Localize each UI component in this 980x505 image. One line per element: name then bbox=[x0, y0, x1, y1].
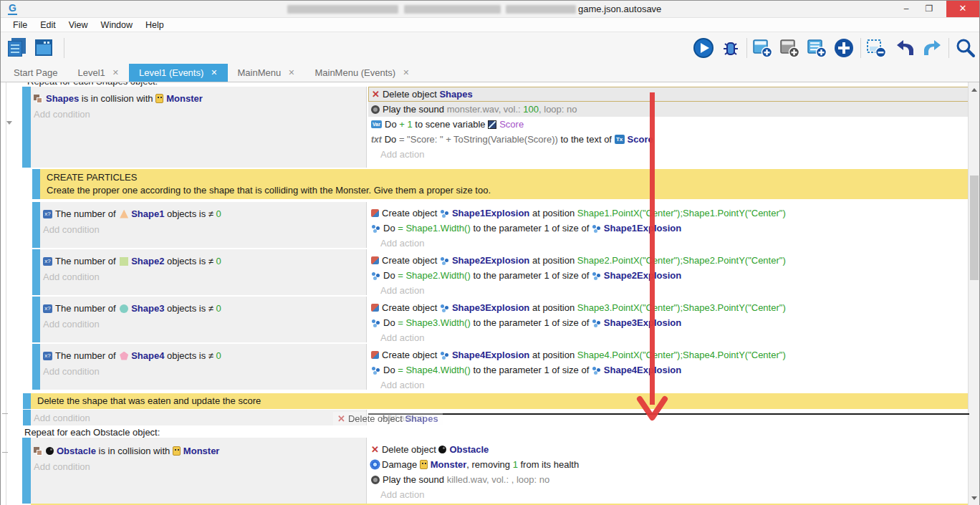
tab-close-icon[interactable]: ✕ bbox=[288, 68, 294, 77]
event-handle[interactable] bbox=[22, 87, 31, 168]
expander-icon[interactable] bbox=[6, 121, 12, 125]
event-handle[interactable] bbox=[32, 249, 40, 295]
event-handle[interactable] bbox=[32, 344, 40, 390]
close-button[interactable]: ✕ bbox=[946, 1, 979, 17]
scene-editor-icon[interactable] bbox=[34, 37, 55, 59]
tab-close-icon[interactable]: ✕ bbox=[112, 68, 119, 77]
add-action-link[interactable]: Add action bbox=[368, 236, 969, 251]
particle-object-icon bbox=[371, 223, 380, 233]
event-handle[interactable] bbox=[32, 202, 40, 248]
event-handle[interactable] bbox=[23, 393, 31, 409]
undo-icon[interactable] bbox=[895, 37, 916, 59]
action-set-explosion-size[interactable]: Do = Shape4.Width() to the parameter 1 o… bbox=[368, 362, 969, 377]
action-create-explosion[interactable]: Create object Shape4Explosion at positio… bbox=[368, 347, 969, 362]
condition-shape-count[interactable]: x? The number of Shape1 objects is ≠ 0 bbox=[40, 206, 366, 221]
add-external-layout-icon[interactable] bbox=[806, 37, 827, 59]
add-action-link[interactable]: Add action bbox=[368, 377, 969, 393]
event2-header[interactable]: Repeat for each Obstacle object: bbox=[24, 427, 160, 438]
sub-event-conditions[interactable]: x? The number of Shape1 objects is ≠ 0 A… bbox=[40, 202, 367, 248]
sub-event-conditions[interactable]: x? The number of Shape3 objects is ≠ 0 A… bbox=[40, 297, 367, 342]
play-icon[interactable] bbox=[693, 37, 714, 59]
menu-window[interactable]: Window bbox=[95, 20, 139, 30]
tab-close-icon[interactable]: ✕ bbox=[211, 68, 217, 77]
action-create-explosion[interactable]: Create object Shape2Explosion at positio… bbox=[368, 253, 969, 268]
tab-mainmenu[interactable]: MainMenu✕ bbox=[228, 64, 305, 82]
shape-icon bbox=[120, 257, 128, 266]
add-condition-link[interactable]: Add condition bbox=[40, 222, 366, 237]
particle-object-icon bbox=[592, 271, 601, 280]
condition-shapes-collision-monster[interactable]: Shapes is in collision with Monster bbox=[31, 91, 366, 106]
empty-event-conditions[interactable]: Add condition bbox=[31, 410, 367, 425]
action-play-sound-monster[interactable]: Play the sound monster.wav, vol.: 100, l… bbox=[368, 102, 969, 117]
add-action-link[interactable]: Add action bbox=[368, 283, 969, 298]
add-condition-link[interactable]: Add condition bbox=[31, 410, 366, 425]
object-count-icon: x? bbox=[43, 352, 52, 360]
add-action-link[interactable]: Add action bbox=[368, 487, 969, 502]
add-external-events-icon[interactable] bbox=[779, 37, 800, 59]
search-icon[interactable] bbox=[954, 37, 976, 59]
remove-instance-icon[interactable] bbox=[865, 37, 887, 59]
scroll-up-icon[interactable] bbox=[971, 88, 977, 92]
add-condition-link[interactable]: Add condition bbox=[40, 317, 366, 332]
debug-icon[interactable] bbox=[720, 37, 741, 59]
sub-event-conditions[interactable]: x? The number of Shape2 objects is ≠ 0 A… bbox=[40, 249, 367, 295]
action-set-explosion-size[interactable]: Do = Shape3.Width() to the parameter 1 o… bbox=[368, 315, 969, 330]
action-create-explosion[interactable]: Create object Shape1Explosion at positio… bbox=[368, 206, 969, 221]
action-create-explosion[interactable]: Create object Shape3Explosion at positio… bbox=[368, 300, 969, 315]
minimize-button[interactable]: – bbox=[896, 1, 916, 17]
add-condition-link[interactable]: Add condition bbox=[40, 364, 366, 379]
action-set-score-text[interactable]: txt Do = "Score: " + ToString(Variable(S… bbox=[368, 132, 969, 147]
action-damage-monster[interactable]: Damage Monster , removing 1 from its hea… bbox=[368, 457, 969, 472]
add-action-link[interactable]: Add action bbox=[368, 330, 969, 345]
add-object-icon[interactable] bbox=[833, 37, 855, 59]
add-condition-link[interactable]: Add condition bbox=[31, 107, 366, 122]
tab-close-icon[interactable]: ✕ bbox=[403, 68, 409, 77]
redacted-title-segment bbox=[287, 5, 398, 14]
create-object-icon bbox=[371, 209, 379, 217]
action-set-explosion-size[interactable]: Do = Shape1.Width() to the parameter 1 o… bbox=[368, 221, 969, 236]
expander-icon[interactable] bbox=[2, 452, 8, 453]
action-delete-obstacle[interactable]: ✕ Delete object Obstacle bbox=[368, 442, 969, 457]
action-set-explosion-size[interactable]: Do = Shape2.Width() to the parameter 1 o… bbox=[368, 268, 969, 283]
event2-conditions[interactable]: Obstacle is in collision with Monster Ad… bbox=[31, 438, 367, 504]
event-handle[interactable] bbox=[32, 297, 40, 342]
comment-delete-shape[interactable]: Delete the shape that was eaten and upda… bbox=[31, 393, 969, 409]
condition-obstacle-collision-monster[interactable]: Obstacle is in collision with Monster bbox=[31, 443, 366, 458]
condition-shape-count[interactable]: x? The number of Shape2 objects is ≠ 0 bbox=[40, 254, 366, 269]
add-action-link[interactable]: Add action bbox=[368, 147, 969, 162]
event1-conditions[interactable]: Shapes is in collision with Monster Add … bbox=[31, 87, 367, 168]
action-delete-shapes[interactable]: ✕ Delete object Shapes bbox=[368, 87, 969, 102]
add-scene-icon[interactable] bbox=[751, 37, 773, 59]
event-handle[interactable] bbox=[23, 410, 31, 425]
event-handle[interactable] bbox=[32, 169, 40, 199]
object-count-icon: x? bbox=[43, 304, 52, 313]
condition-shape-count[interactable]: x? The number of Shape3 objects is ≠ 0 bbox=[40, 301, 366, 316]
obstacle-icon bbox=[46, 447, 54, 455]
comment-create-particles[interactable]: CREATE PARTICLES Create the proper one a… bbox=[40, 169, 969, 199]
action-increment-score-variable[interactable]: Var Do + 1 to scene variable Score bbox=[368, 117, 969, 132]
menu-edit[interactable]: Edit bbox=[34, 20, 62, 30]
tab-start-page[interactable]: Start Page bbox=[4, 64, 67, 82]
tab-level1-events[interactable]: Level1 (Events)✕ bbox=[129, 64, 228, 82]
tab-level1[interactable]: Level1✕ bbox=[67, 64, 129, 82]
collision-icon bbox=[34, 447, 43, 456]
menu-file[interactable]: File bbox=[6, 20, 34, 30]
scroll-down-icon[interactable] bbox=[971, 496, 977, 500]
sub-event-conditions[interactable]: x? The number of Shape4 objects is ≠ 0 A… bbox=[40, 344, 367, 390]
project-manager-icon[interactable] bbox=[6, 37, 28, 59]
vertical-scrollbar[interactable] bbox=[968, 82, 979, 505]
add-condition-link[interactable]: Add condition bbox=[31, 459, 366, 474]
condition-shape-count[interactable]: x? The number of Shape4 objects is ≠ 0 bbox=[40, 348, 366, 363]
sub-event: x? The number of Shape2 objects is ≠ 0 A… bbox=[1, 249, 969, 295]
restore-button[interactable]: ❐ bbox=[919, 1, 939, 17]
menu-help[interactable]: Help bbox=[139, 20, 170, 30]
menu-view[interactable]: View bbox=[62, 20, 95, 30]
add-condition-link[interactable]: Add condition bbox=[40, 269, 366, 284]
scrollbar-thumb[interactable] bbox=[970, 175, 979, 280]
tab-mainmenu-events[interactable]: MainMenu (Events)✕ bbox=[304, 64, 419, 82]
toolbar bbox=[1, 32, 979, 64]
event-handle[interactable] bbox=[22, 438, 31, 504]
action-play-sound-killed[interactable]: Play the sound killed.wav, vol.: , loop:… bbox=[368, 472, 969, 487]
expander-icon[interactable] bbox=[2, 413, 8, 414]
redo-icon[interactable] bbox=[921, 37, 943, 59]
